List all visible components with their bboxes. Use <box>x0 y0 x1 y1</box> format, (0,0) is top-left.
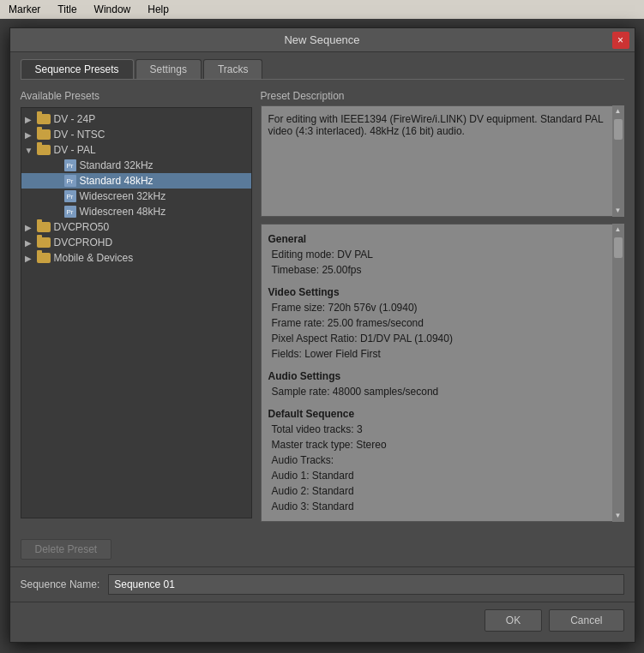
arrow-icon: ▶ <box>25 130 37 140</box>
general-line-editing: Editing mode: DV PAL <box>272 247 608 262</box>
general-line-audio2: Audio 2: Standard <box>272 483 608 499</box>
available-presets-label: Available Presets <box>21 90 252 102</box>
dialog-body: Available Presets ▶ DV - 24P ▶ DV - NTSC… <box>10 80 635 532</box>
tab-settings[interactable]: Settings <box>135 59 202 79</box>
file-icon: Pr <box>64 175 76 187</box>
arrow-icon: ▶ <box>25 238 37 248</box>
general-line-audiotracks: Audio Tracks: <box>272 452 608 468</box>
preset-description-section: Preset Description For editing with IEEE… <box>261 90 624 217</box>
folder-icon <box>37 237 51 248</box>
dialog-titlebar: New Sequence × <box>10 28 635 52</box>
general-line-mastertrack: Master track type: Stereo <box>272 437 608 452</box>
tree-item-dvcprohd[interactable]: ▶ DVCPROHD <box>21 235 251 250</box>
tab-sequence-presets[interactable]: Sequence Presets <box>21 59 134 79</box>
file-icon: Pr <box>64 159 76 171</box>
menu-help[interactable]: Help <box>142 2 174 17</box>
tree-label: DV - PAL <box>54 144 96 156</box>
left-panel: Available Presets ▶ DV - 24P ▶ DV - NTSC… <box>21 90 252 522</box>
delete-preset-button[interactable]: Delete Preset <box>21 539 112 560</box>
preset-desc-box: For editing with IEEE1394 (FireWire/i.LI… <box>261 105 624 217</box>
scroll-thumb[interactable] <box>614 119 623 140</box>
menu-bar: Marker Title Window Help <box>0 0 644 19</box>
desc-scrollbar[interactable]: ▲ ▼ <box>612 105 624 217</box>
tree-label: Standard 32kHz <box>80 159 153 171</box>
arrow-icon: ▶ <box>25 115 37 124</box>
scroll-down-icon[interactable]: ▼ <box>615 207 622 214</box>
tree-item-mobile[interactable]: ▶ Mobile & Devices <box>21 250 251 266</box>
preset-desc-text: For editing with IEEE1394 (FireWire/i.LI… <box>268 113 604 137</box>
tree-item-dv24p[interactable]: ▶ DV - 24P <box>21 111 251 127</box>
folder-icon <box>37 222 51 232</box>
tree-item-wide32[interactable]: ▶ Pr Widescreen 32kHz <box>21 189 251 204</box>
arrow-icon: ▼ <box>25 146 37 155</box>
general-line-defseq: Default Sequence <box>268 406 608 422</box>
tree-label: DV - NTSC <box>54 129 105 141</box>
cancel-button[interactable]: Cancel <box>549 609 623 632</box>
general-line-fields: Fields: Lower Field First <box>272 346 608 362</box>
general-line-totalvideo: Total video tracks: 3 <box>272 422 608 437</box>
action-row: OK Cancel <box>10 602 635 642</box>
tree-label: Widescreen 48kHz <box>80 206 166 218</box>
scroll-up-icon[interactable]: ▲ <box>615 108 622 115</box>
folder-icon <box>37 253 51 263</box>
general-line-audio: Audio Settings <box>268 368 608 384</box>
tree-item-dvcpro50[interactable]: ▶ DVCPRO50 <box>21 219 251 235</box>
general-line-framerate: Frame rate: 25.00 frames/second <box>272 315 608 331</box>
folder-icon <box>37 114 51 124</box>
file-icon: Pr <box>64 206 76 218</box>
menu-title[interactable]: Title <box>52 2 81 17</box>
tree-label: Mobile & Devices <box>54 252 134 264</box>
menu-marker[interactable]: Marker <box>3 2 45 17</box>
presets-tree[interactable]: ▶ DV - 24P ▶ DV - NTSC ▼ DV - PAL <box>21 107 252 518</box>
ok-button[interactable]: OK <box>485 609 542 632</box>
file-icon: Pr <box>64 190 76 202</box>
preset-desc-label: Preset Description <box>261 90 624 102</box>
tree-item-wide48[interactable]: ▶ Pr Widescreen 48kHz <box>21 204 251 219</box>
tree-label: Standard 48kHz <box>80 175 153 187</box>
tree-label: DVCPRO50 <box>54 221 110 233</box>
arrow-icon: ▶ <box>25 223 37 232</box>
general-line-pixel: Pixel Aspect Ratio: D1/DV PAL (1.0940) <box>272 331 608 346</box>
menu-window[interactable]: Window <box>89 2 136 17</box>
new-sequence-dialog: New Sequence × Sequence Presets Settings… <box>9 27 635 643</box>
scroll-up-icon[interactable]: ▲ <box>615 226 622 233</box>
general-line-samplerate: Sample rate: 48000 samples/second <box>272 384 608 399</box>
tree-item-std32[interactable]: ▶ Pr Standard 32kHz <box>21 158 251 173</box>
general-line-timebase: Timebase: 25.00fps <box>272 262 608 278</box>
general-line-video: Video Settings <box>268 285 608 300</box>
general-box: General Editing mode: DV PAL Timebase: 2… <box>261 224 624 522</box>
tab-tracks[interactable]: Tracks <box>203 59 263 79</box>
general-section: General Editing mode: DV PAL Timebase: 2… <box>261 224 624 522</box>
general-scrollbar[interactable]: ▲ ▼ <box>612 224 624 522</box>
scroll-thumb[interactable] <box>614 237 623 258</box>
folder-icon <box>37 129 51 140</box>
bottom-area: Delete Preset <box>10 532 635 566</box>
close-button[interactable]: × <box>612 32 629 49</box>
tree-label: Widescreen 32kHz <box>80 190 166 202</box>
general-line-audio3: Audio 3: Standard <box>272 499 608 514</box>
tabs-row: Sequence Presets Settings Tracks <box>10 52 635 79</box>
general-line-audio1: Audio 1: Standard <box>272 468 608 483</box>
folder-icon <box>37 145 51 155</box>
tree-label: DVCPROHD <box>54 237 113 249</box>
tree-label: DV - 24P <box>54 113 96 125</box>
tree-item-dvntsc[interactable]: ▶ DV - NTSC <box>21 127 251 142</box>
sequence-name-row: Sequence Name: <box>10 566 635 602</box>
tree-item-dvpal[interactable]: ▼ DV - PAL <box>21 142 251 158</box>
sequence-name-input[interactable] <box>108 574 623 595</box>
scroll-down-icon[interactable]: ▼ <box>615 512 622 519</box>
sequence-name-label: Sequence Name: <box>21 578 100 590</box>
right-panel: Preset Description For editing with IEEE… <box>261 90 624 522</box>
arrow-icon: ▶ <box>25 254 37 263</box>
general-line-general: General <box>268 231 608 247</box>
general-line-framesize: Frame size: 720h 576v (1.0940) <box>272 300 608 315</box>
dialog-title: New Sequence <box>284 33 359 46</box>
tree-item-std48[interactable]: ▶ Pr Standard 48kHz <box>21 173 251 189</box>
